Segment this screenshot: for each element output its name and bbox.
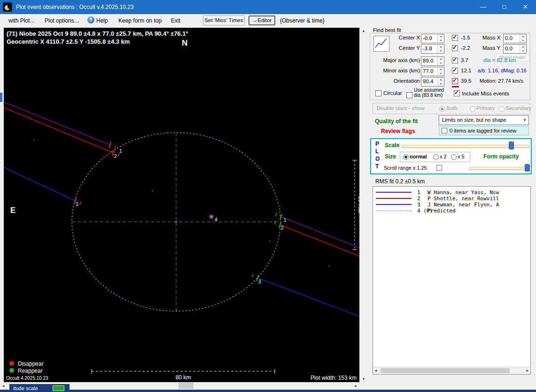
chord-label-3-r: 3	[258, 279, 261, 284]
spinner-up-icon[interactable]: ▲	[438, 34, 444, 39]
window-edge-artifact	[0, 93, 2, 102]
spinner-down-icon[interactable]: ▼	[520, 39, 526, 43]
review-flags-value: 0 items are tagged for review	[450, 128, 516, 133]
plot-canvas[interactable]: 1 2 3 1 2 3 4 (71) Niobe 2025 Oct 9 89.0…	[4, 28, 359, 382]
observer-number: 3	[417, 202, 420, 208]
reappear-legend-icon	[9, 368, 14, 373]
close-button[interactable]: ✕	[515, 0, 536, 14]
double-stars-secondary-radio[interactable]	[499, 106, 505, 112]
mass-y-label: Mass Y	[482, 45, 500, 51]
field-star-dot	[270, 241, 271, 242]
mass-x-value: 0.0	[505, 35, 513, 41]
observer-row-4[interactable]: 4 (P) Predicted	[373, 208, 530, 214]
quality-label: Quality of the fit	[375, 118, 418, 125]
check-icon: ✓	[452, 44, 457, 51]
spinner-down-icon[interactable]: ▼	[438, 61, 444, 65]
spinner-down-icon[interactable]: ▼	[438, 39, 444, 43]
set-miss-times-button[interactable]: Set 'Miss' Times	[203, 16, 245, 25]
center-y-unc-checkbox[interactable]: ✓	[452, 45, 458, 51]
scroll-right-icon[interactable]: ►	[354, 384, 358, 388]
review-flags-label: Review flags	[381, 128, 415, 134]
center-x-value: -0.9	[423, 35, 432, 41]
north-label: N	[182, 39, 187, 47]
size-x2-radio[interactable]	[433, 154, 439, 160]
spinner-up-icon[interactable]: ▲	[520, 45, 526, 49]
help-icon[interactable]: ?	[87, 16, 94, 24]
use-assumed-label-2: dia (83.8 km)	[414, 93, 443, 98]
observer-name: W Hanna, near Yass, Nsw	[427, 189, 499, 196]
scroll-range-checkbox[interactable]	[436, 165, 442, 171]
quality-dropdown[interactable]: Limits on size, but no shape ▼	[439, 115, 529, 125]
use-assumed-checkbox[interactable]	[406, 92, 412, 98]
scale-slider-thumb[interactable]	[509, 141, 514, 149]
spinner-buttons: ▲ ▼	[520, 34, 526, 43]
scroll-up-icon[interactable]: ▲	[360, 29, 367, 33]
form-opacity-slider-thumb[interactable]	[525, 164, 530, 172]
observer-list[interactable]: 1 W Hanna, near Yass, Nsw 2 P Shottle, n…	[373, 186, 531, 375]
double-stars-primary-radio[interactable]	[470, 106, 475, 112]
spinner-up-icon[interactable]: ▲	[438, 45, 444, 49]
observer-row-3[interactable]: 3 J Newman, near Flynn, A	[373, 202, 530, 208]
hscroll-thumb[interactable]	[381, 368, 510, 373]
spinner-down-icon[interactable]: ▼	[438, 49, 444, 53]
orientation-spinner[interactable]: 90.4 ▲ ▼	[421, 77, 444, 86]
menu-with-plot[interactable]: with Plot...	[8, 17, 34, 24]
mass-x-spinner[interactable]: 0.0 ▲ ▼	[503, 34, 527, 43]
minor-axis-spinner[interactable]: 77.0 ▲ ▼	[421, 67, 444, 76]
hscroll-thumb[interactable]	[179, 383, 194, 389]
maximize-button[interactable]: □	[494, 0, 515, 14]
double-stars-both-label: Both	[446, 105, 458, 111]
editor-button[interactable]: →Editor	[249, 16, 275, 25]
plot-vertical-scrollbar[interactable]: ▲ ▼	[359, 28, 367, 382]
mass-y-spinner[interactable]: 0.0 ▲ ▼	[503, 44, 527, 54]
spinner-down-icon[interactable]: ▼	[438, 71, 444, 76]
include-miss-checkbox[interactable]: ✓	[454, 90, 460, 96]
chord-2-line-sample	[376, 198, 412, 199]
observer-list-hscrollbar[interactable]: ◄ ►	[373, 367, 530, 374]
menu-exit[interactable]: Exit	[171, 17, 180, 24]
side-panel: Find best fit Center X -0.9 ▲ ▼ ✓ -1.5 M…	[367, 27, 536, 382]
center-y-value: -3.8	[423, 46, 432, 51]
chord-label-2-d: 2	[114, 154, 117, 159]
spinner-up-icon[interactable]: ▲	[438, 57, 444, 61]
minor-axis-unc-checkbox[interactable]: ✓	[452, 68, 458, 74]
plot-width-label: Plot width: 153 km	[311, 375, 357, 381]
spinner-down-icon[interactable]: ▼	[520, 49, 526, 53]
minimize-button[interactable]: —	[473, 0, 494, 14]
center-y-spinner[interactable]: -3.8 ▲ ▼	[421, 44, 444, 54]
observer-row-2[interactable]: 2 P Shottle, near Rowvill	[373, 196, 530, 202]
size-x5-radio[interactable]	[451, 154, 457, 160]
circular-checkbox[interactable]	[375, 90, 381, 96]
spinner-up-icon[interactable]: ▲	[438, 67, 444, 71]
size-normal-radio[interactable]	[403, 154, 409, 160]
scroll-right-icon[interactable]: ►	[526, 368, 529, 373]
double-stars-secondary-label: Secondary	[505, 105, 531, 111]
menu-plot-options[interactable]: Plot options...	[45, 17, 79, 24]
major-axis-unc-checkbox[interactable]: ✓	[452, 57, 458, 63]
background-green-control	[53, 385, 64, 391]
center-x-unc-checkbox[interactable]: ✓	[452, 35, 458, 41]
spinner-down-icon[interactable]: ▼	[438, 82, 444, 86]
menu-help[interactable]: Help	[96, 17, 108, 24]
center-y-label: Center Y	[373, 45, 420, 51]
plot-letter-l: L	[375, 148, 379, 155]
diameter-value: dia = 82.8 km	[483, 57, 516, 63]
center-x-spinner[interactable]: -0.9 ▲ ▼	[421, 34, 444, 43]
scroll-down-icon[interactable]: ▼	[360, 377, 367, 381]
major-axis-spinner[interactable]: 89.0 ▲ ▼	[421, 56, 444, 66]
observer-time-button[interactable]: {Observer & time}	[280, 17, 325, 24]
review-flags-checkbox[interactable]	[442, 128, 447, 133]
disappear-legend-icon	[9, 361, 14, 366]
spinner-up-icon[interactable]: ▲	[438, 78, 444, 82]
background-window-fragment: itude scale	[9, 384, 70, 392]
observer-row-1[interactable]: 1 W Hanna, near Yass, Nsw	[373, 189, 530, 196]
minor-axis-value: 77.0	[423, 68, 433, 74]
scroll-left-icon[interactable]: ◄	[1, 384, 5, 388]
orientation-unc-checkbox[interactable]: ✓	[452, 78, 458, 84]
menu-keep-on-top[interactable]: Keep form on top	[118, 17, 162, 24]
scroll-left-icon[interactable]: ◄	[374, 368, 378, 373]
double-stars-both-radio[interactable]	[439, 106, 445, 112]
dropdown-arrow-icon[interactable]: ▼	[523, 118, 527, 122]
form-opacity-slider[interactable]	[469, 167, 531, 170]
spinner-up-icon[interactable]: ▲	[520, 34, 526, 39]
